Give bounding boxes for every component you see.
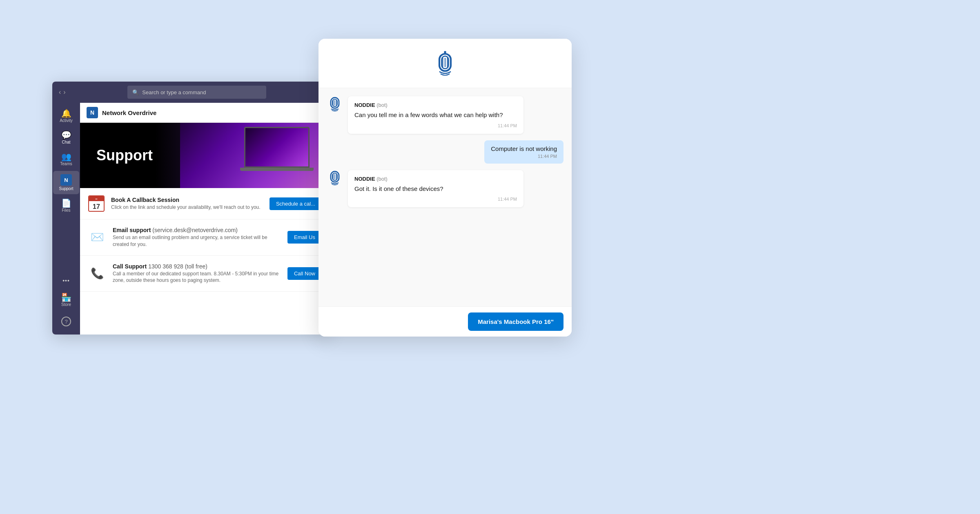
bot-message-2: NODDIE (bot) Got it. Is it one of these … (327, 170, 564, 208)
noddie-avatar-icon-1 (327, 96, 343, 113)
bot-header (318, 39, 572, 88)
sidebar-item-store-label: Store (61, 302, 71, 307)
sidebar-item-help[interactable]: ? (53, 313, 79, 330)
sidebar-item-chat[interactable]: 💬 Chat (53, 128, 79, 148)
support-hero: Support (80, 123, 330, 188)
device-button[interactable]: Marisa's Macbook Pro 16" (468, 312, 564, 331)
call-title-main: Call Support (113, 263, 148, 270)
teams-body: 🔔 Activity 💬 Chat 👥 Teams N Support 📄 Fi… (52, 103, 330, 335)
sidebar-item-chat-label: Chat (62, 140, 70, 144)
noddie-avatar-icon-2 (327, 170, 343, 186)
laptop-base (240, 168, 314, 171)
call-title: Call Support 1300 368 928 (toll free) (113, 263, 281, 270)
sidebar-item-activity-label: Activity (60, 118, 73, 123)
user-message-1: Computer is not working 11:44 PM (327, 140, 564, 164)
noddie-logo-header (431, 51, 459, 80)
sidebar-item-teams[interactable]: 👥 Teams (53, 149, 79, 169)
store-icon: 🏪 (61, 293, 71, 301)
sidebar-item-more[interactable]: ••• (53, 275, 79, 287)
bot-message-time-2: 11:44 PM (354, 197, 517, 202)
sidebar-item-activity[interactable]: 🔔 Activity (53, 106, 79, 126)
sidebar-item-support[interactable]: N Support (53, 171, 79, 194)
files-icon: 📄 (61, 199, 71, 207)
bot-message-1: NODDIE (bot) Can you tell me in a few wo… (327, 96, 564, 134)
sidebar-item-files[interactable]: 📄 Files (53, 196, 79, 216)
teams-window: ‹ › 🔍 Search or type a command 🔔 Activit… (52, 82, 330, 335)
channel-name: Network Overdrive (102, 109, 156, 116)
email-desc: Send us an email outlining problem and u… (113, 234, 281, 248)
calendar-icon: ▪▪ 17 (88, 195, 105, 212)
support-n-icon: N (60, 174, 72, 186)
sidebar-bottom: ••• 🏪 Store ? (53, 275, 79, 335)
user-message-text-1: Computer is not working (491, 145, 557, 152)
bot-bubble-2: NODDIE (bot) Got it. Is it one of these … (348, 170, 523, 208)
back-arrow[interactable]: ‹ (59, 89, 61, 96)
laptop-screen (244, 127, 310, 168)
sidebar-item-files-label: Files (62, 208, 70, 213)
sidebar-item-teams-label: Teams (60, 162, 72, 166)
activity-icon: 🔔 (61, 109, 71, 117)
forward-arrow[interactable]: › (63, 89, 65, 96)
bot-bubble-header-2: NODDIE (bot) (354, 176, 517, 182)
calendar-header: ▪▪ (89, 196, 104, 201)
bot-tag-1: (bot) (376, 102, 388, 108)
bot-avatar-1 (327, 96, 343, 113)
more-icon: ••• (62, 278, 70, 284)
nav-arrows: ‹ › (59, 89, 66, 96)
call-now-button[interactable]: Call Now (287, 267, 322, 280)
bot-message-text-1: Can you tell me in a few words what we c… (354, 111, 517, 120)
search-placeholder: Search or type a command (142, 89, 206, 95)
chat-messages: NODDIE (bot) Can you tell me in a few wo… (318, 88, 572, 306)
hero-laptop (236, 127, 318, 184)
email-icon: ✉️ (88, 231, 106, 244)
email-content: Email support (service.desk@netoverdrive… (113, 227, 281, 248)
user-message-time-1: 11:44 PM (491, 154, 557, 159)
support-option-callback: ▪▪ 17 Book A Callback Session Click on t… (80, 188, 330, 219)
user-bubble-1: Computer is not working 11:44 PM (484, 140, 564, 164)
callback-desc: Click on the link and schedule your avai… (111, 204, 263, 211)
chat-icon: 💬 (61, 131, 71, 139)
search-bar[interactable]: 🔍 Search or type a command (127, 86, 266, 99)
channel-logo: N (87, 107, 98, 118)
help-icon: ? (61, 317, 71, 326)
teams-main: N Network Overdrive Support ▪▪ 17 (80, 103, 330, 335)
calendar-day: 17 (89, 201, 104, 212)
channel-header: N Network Overdrive (80, 103, 330, 123)
email-address: (service.desk@netoverdrive.com) (152, 227, 238, 233)
svg-point-3 (444, 51, 446, 53)
support-title: Support (96, 147, 153, 164)
sidebar-item-store[interactable]: 🏪 Store (53, 290, 79, 310)
chat-panel: NODDIE (bot) Can you tell me in a few wo… (318, 39, 572, 337)
bot-bubble-header-1: NODDIE (bot) (354, 102, 517, 108)
teams-sidebar: 🔔 Activity 💬 Chat 👥 Teams N Support 📄 Fi… (52, 103, 80, 335)
schedule-button[interactable]: Schedule a cal... (270, 197, 322, 210)
teams-icon: 👥 (61, 153, 71, 161)
teams-titlebar: ‹ › 🔍 Search or type a command (52, 82, 330, 103)
callback-content: Book A Callback Session Click on the lin… (111, 197, 263, 211)
chat-footer: Marisa's Macbook Pro 16" (318, 306, 572, 337)
support-options: ▪▪ 17 Book A Callback Session Click on t… (80, 188, 330, 335)
bot-message-time-1: 11:44 PM (354, 123, 517, 128)
bot-tag-2: (bot) (376, 176, 388, 182)
call-content: Call Support 1300 368 928 (toll free) Ca… (113, 263, 281, 284)
bot-message-text-2: Got it. Is it one of these devices? (354, 184, 517, 194)
bot-bubble-1: NODDIE (bot) Can you tell me in a few wo… (348, 96, 523, 134)
email-title: Email support (service.desk@netoverdrive… (113, 227, 281, 233)
bot-avatar-2 (327, 170, 343, 186)
callback-title: Book A Callback Session (111, 197, 263, 203)
support-option-email: ✉️ Email support (service.desk@netoverdr… (80, 219, 330, 256)
support-option-call: 📞 Call Support 1300 368 928 (toll free) … (80, 256, 330, 292)
search-icon: 🔍 (132, 89, 139, 95)
bot-name-2: NODDIE (354, 176, 375, 182)
email-title-main: Email support (113, 227, 152, 233)
email-button[interactable]: Email Us (287, 231, 322, 244)
call-number: 1300 368 928 (toll free) (148, 263, 207, 270)
call-desc: Call a member of our dedicated support t… (113, 270, 281, 284)
sidebar-item-support-label: Support (59, 186, 73, 191)
bot-name-1: NODDIE (354, 102, 375, 108)
phone-icon: 📞 (88, 267, 106, 280)
